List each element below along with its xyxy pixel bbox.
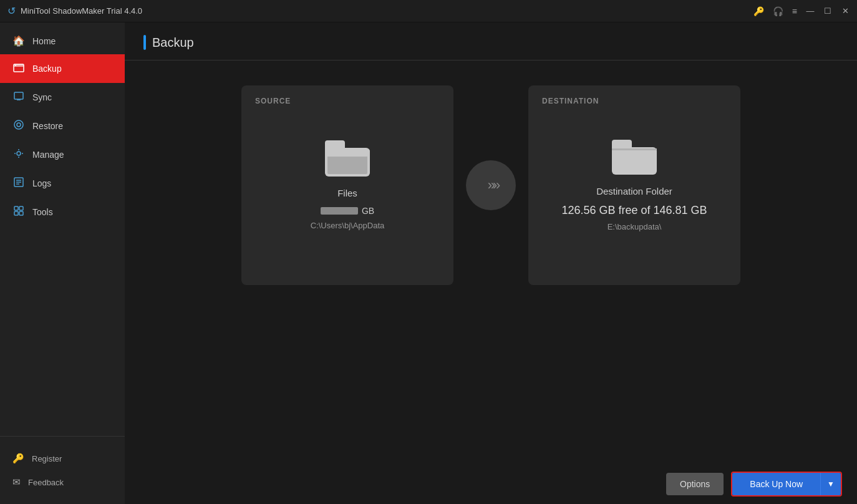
destination-free: 126.56 GB free of 146.81 GB <box>561 204 707 217</box>
page-title: Backup <box>152 36 194 50</box>
title-bar-controls: 🔑 🎧 ≡ — ☐ ✕ <box>753 6 850 16</box>
backup-now-button[interactable]: Back Up Now <box>732 473 820 495</box>
panel-arrow: »» <box>466 160 516 210</box>
backup-content: SOURCE Files GB <box>125 61 857 464</box>
backup-now-dropdown[interactable]: ▼ <box>820 473 841 495</box>
arrow-icon: »» <box>488 177 498 193</box>
sidebar-item-logs[interactable]: Logs <box>0 169 125 198</box>
svg-rect-14 <box>19 206 23 210</box>
source-path: C:\Users\bj\AppData <box>311 221 385 230</box>
sidebar: 🏠 Home Backup <box>0 22 125 504</box>
app-logo-icon: ↺ <box>7 5 16 17</box>
sidebar-bottom: 🔑 Register ✉ Feedback <box>0 436 125 504</box>
sidebar-manage-label: Manage <box>32 150 64 160</box>
menu-icon[interactable]: ≡ <box>792 6 797 16</box>
sidebar-restore-label: Restore <box>32 121 63 131</box>
key-icon[interactable]: 🔑 <box>753 6 764 16</box>
manage-icon <box>12 148 25 162</box>
destination-panel[interactable]: DESTINATION Destination Folder 126.56 GB… <box>528 85 740 285</box>
app-logo: ↺ MiniTool ShadowMaker Trial 4.4.0 <box>7 5 142 17</box>
source-size: GB <box>321 206 374 216</box>
sidebar-logs-label: Logs <box>32 178 51 188</box>
sidebar-item-manage[interactable]: Manage <box>0 140 125 169</box>
chevron-down-icon: ▼ <box>827 480 835 488</box>
source-panel[interactable]: SOURCE Files GB <box>241 85 453 285</box>
destination-name: Destination Folder <box>596 186 672 196</box>
backup-panels: SOURCE Files GB <box>143 85 838 285</box>
title-bar: ↺ MiniTool ShadowMaker Trial 4.4.0 🔑 🎧 ≡… <box>0 0 857 22</box>
sync-icon <box>12 90 25 104</box>
sidebar-item-backup[interactable]: Backup <box>0 54 125 83</box>
destination-path: E:\backupdata\ <box>608 222 662 231</box>
destination-label: DESTINATION <box>542 97 599 105</box>
register-icon: 🔑 <box>12 453 24 464</box>
feedback-item[interactable]: ✉ Feedback <box>0 470 125 494</box>
bottom-bar: Options Back Up Now ▼ <box>125 464 857 504</box>
tools-icon <box>12 205 25 219</box>
sidebar-item-restore[interactable]: Restore <box>0 112 125 140</box>
content-area: Backup SOURCE <box>125 22 857 504</box>
svg-point-6 <box>14 120 23 129</box>
page-header: Backup <box>125 22 857 61</box>
options-button[interactable]: Options <box>666 473 724 495</box>
sidebar-nav: 🏠 Home Backup <box>0 27 125 436</box>
close-button[interactable]: ✕ <box>841 7 850 16</box>
sidebar-sync-label: Sync <box>32 92 52 102</box>
svg-rect-13 <box>14 206 18 210</box>
headphones-icon[interactable]: 🎧 <box>773 6 783 16</box>
svg-rect-15 <box>14 211 18 215</box>
destination-folder-icon <box>612 140 657 175</box>
source-name: Files <box>337 188 357 198</box>
minimize-button[interactable]: — <box>806 7 815 16</box>
svg-point-7 <box>17 123 21 127</box>
sidebar-item-home[interactable]: 🏠 Home <box>0 27 125 54</box>
feedback-icon: ✉ <box>12 477 21 488</box>
svg-rect-3 <box>14 92 23 99</box>
sidebar-home-label: Home <box>32 36 56 46</box>
app-body: 🏠 Home Backup <box>0 22 857 504</box>
app-title: MiniTool ShadowMaker Trial 4.4.0 <box>21 6 142 16</box>
home-icon: 🏠 <box>12 35 25 47</box>
register-label: Register <box>32 454 62 463</box>
sidebar-backup-label: Backup <box>32 64 62 74</box>
source-size-label: GB <box>362 206 374 216</box>
backup-icon <box>12 62 25 75</box>
sidebar-item-sync[interactable]: Sync <box>0 83 125 112</box>
header-accent <box>143 35 146 50</box>
svg-point-8 <box>17 152 21 155</box>
source-folder-icon <box>325 140 370 177</box>
svg-rect-16 <box>19 211 23 215</box>
backup-now-wrap: Back Up Now ▼ <box>731 472 842 497</box>
maximize-button[interactable]: ☐ <box>823 7 832 16</box>
sidebar-item-tools[interactable]: Tools <box>0 198 125 226</box>
register-item[interactable]: 🔑 Register <box>0 447 125 470</box>
source-size-bar <box>321 207 358 215</box>
logs-icon <box>12 177 25 190</box>
feedback-label: Feedback <box>28 478 64 487</box>
sidebar-tools-label: Tools <box>32 207 53 217</box>
restore-icon <box>12 119 25 133</box>
svg-point-2 <box>15 65 16 66</box>
source-label: SOURCE <box>255 97 291 105</box>
